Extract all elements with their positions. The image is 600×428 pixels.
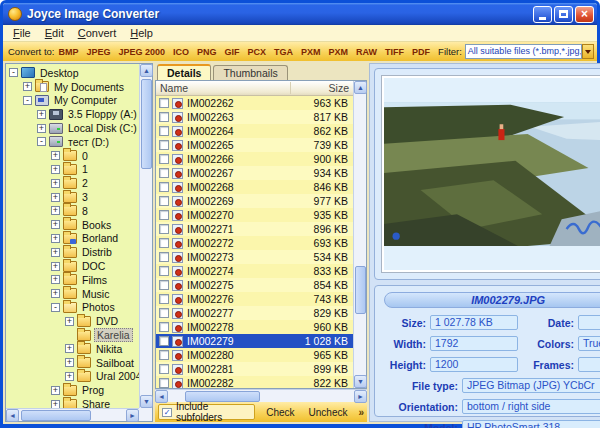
file-row-im002280[interactable]: IM002280965 KB (156, 348, 353, 362)
file-checkbox[interactable] (159, 224, 169, 234)
file-row-im002277[interactable]: IM002277829 KB (156, 306, 353, 320)
format-button-jpeg[interactable]: JPEG (86, 47, 110, 57)
file-checkbox[interactable] (159, 238, 169, 248)
file-row-im002265[interactable]: IM002265739 KB (156, 138, 353, 152)
file-row-im002273[interactable]: IM002273534 KB (156, 250, 353, 264)
file-checkbox[interactable] (159, 336, 169, 346)
file-checkbox[interactable] (159, 280, 169, 290)
expand-icon[interactable]: + (51, 400, 60, 408)
list-hscroll-thumb[interactable] (185, 391, 260, 402)
expand-icon[interactable]: + (51, 193, 60, 202)
tab-thumbnails[interactable]: Thumbnails (213, 65, 287, 80)
collapse-icon[interactable]: - (51, 303, 60, 312)
column-header-name[interactable]: Name (156, 82, 291, 94)
tree-item-sailboat[interactable]: +Sailboat (9, 356, 139, 370)
file-row-im002272[interactable]: IM002272693 KB (156, 236, 353, 250)
file-row-im002268[interactable]: IM002268846 KB (156, 180, 353, 194)
tree-item-films[interactable]: +Films (9, 273, 139, 287)
tree-item-photos[interactable]: -Photos (9, 301, 139, 315)
file-checkbox[interactable] (159, 350, 169, 360)
scroll-right-icon[interactable]: ► (354, 390, 367, 403)
expand-icon[interactable]: + (23, 82, 32, 91)
tree-hscroll-thumb[interactable] (21, 410, 91, 421)
title-bar[interactable]: Joyce Image Converter × (3, 3, 597, 25)
file-row-im002271[interactable]: IM002271896 KB (156, 222, 353, 236)
check-button[interactable]: Check (263, 406, 297, 419)
tree-item-3[interactable]: +3 (9, 190, 139, 204)
collapse-icon[interactable]: - (23, 96, 32, 105)
expand-icon[interactable]: + (51, 386, 60, 395)
scroll-left-icon[interactable]: ◄ (155, 390, 168, 403)
tree-item-prog[interactable]: +Prog (9, 383, 139, 397)
file-checkbox[interactable] (159, 98, 169, 108)
expand-icon[interactable]: + (65, 372, 74, 381)
file-checkbox[interactable] (159, 196, 169, 206)
format-button-pxm[interactable]: PXM (301, 47, 321, 57)
list-horizontal-scrollbar[interactable]: ◄ ► (155, 389, 367, 402)
expand-icon[interactable]: + (51, 220, 60, 229)
list-scroll-thumb[interactable] (355, 266, 366, 314)
toolbar-overflow-icon[interactable]: » (358, 407, 364, 418)
file-row-im002270[interactable]: IM002270935 KB (156, 208, 353, 222)
tree-item-books[interactable]: +Books (9, 218, 139, 232)
list-vertical-scrollbar[interactable]: ▲ ▼ (353, 81, 366, 388)
expand-icon[interactable]: + (51, 234, 60, 243)
expand-icon[interactable]: + (51, 275, 60, 284)
format-button-gif[interactable]: GIF (225, 47, 240, 57)
file-checkbox[interactable] (159, 168, 169, 178)
tree-item-ural-2004[interactable]: +Ural 2004 (9, 370, 139, 384)
tree-item-borland[interactable]: +Borland (9, 232, 139, 246)
menu-item-edit[interactable]: Edit (38, 26, 71, 40)
file-row-im002263[interactable]: IM002263817 KB (156, 110, 353, 124)
file-checkbox[interactable] (159, 126, 169, 136)
scroll-left-icon[interactable]: ◄ (6, 409, 19, 422)
file-checkbox[interactable] (159, 266, 169, 276)
format-button-tga[interactable]: TGA (274, 47, 293, 57)
file-row-im002281[interactable]: IM002281899 KB (156, 362, 353, 376)
file-checkbox[interactable] (159, 210, 169, 220)
tree-item-my-computer[interactable]: -My Computer (9, 94, 139, 108)
format-button-jpeg-2000[interactable]: JPEG 2000 (118, 47, 165, 57)
tree-item-karelia[interactable]: Karelia (9, 328, 139, 342)
expand-icon[interactable]: + (51, 248, 60, 257)
menu-item-help[interactable]: Help (123, 26, 160, 40)
tree-item-0[interactable]: +0 (9, 149, 139, 163)
file-checkbox[interactable] (159, 322, 169, 332)
expand-icon[interactable]: + (37, 110, 46, 119)
file-checkbox[interactable] (159, 182, 169, 192)
format-button-bmp[interactable]: BMP (58, 47, 78, 57)
scroll-up-icon[interactable]: ▲ (354, 81, 367, 94)
scroll-down-icon[interactable]: ▼ (140, 395, 153, 408)
file-checkbox[interactable] (159, 112, 169, 122)
collapse-icon[interactable]: - (9, 68, 18, 77)
close-button[interactable]: × (575, 6, 594, 23)
expand-icon[interactable]: + (51, 289, 60, 298)
file-checkbox[interactable] (159, 308, 169, 318)
minimize-button[interactable] (533, 6, 552, 23)
expand-icon[interactable]: + (65, 344, 74, 353)
file-checkbox[interactable] (159, 364, 169, 374)
expand-icon[interactable]: + (37, 124, 46, 133)
filter-dropdown-arrow-icon[interactable] (582, 44, 594, 59)
file-row-im002282[interactable]: IM002282822 KB (156, 376, 353, 388)
expand-icon[interactable]: + (51, 151, 60, 160)
tree-item-desktop[interactable]: -Desktop (9, 66, 139, 80)
scroll-down-icon[interactable]: ▼ (354, 375, 367, 388)
file-row-im002279[interactable]: IM0022791 028 KB (156, 334, 353, 348)
file-row-im002264[interactable]: IM002264862 KB (156, 124, 353, 138)
file-row-im002276[interactable]: IM002276743 KB (156, 292, 353, 306)
expand-icon[interactable]: + (51, 179, 60, 188)
tab-details[interactable]: Details (157, 64, 211, 80)
tree-item-distrib[interactable]: +Distrib (9, 245, 139, 259)
tree-item-my-documents[interactable]: +My Documents (9, 80, 139, 94)
tree-vertical-scrollbar[interactable]: ▲ ▼ (139, 64, 152, 408)
tree-horizontal-scrollbar[interactable]: ◄ ► (6, 408, 139, 421)
tree-item-8[interactable]: +8 (9, 204, 139, 218)
format-button-pdf[interactable]: PDF (412, 47, 430, 57)
tree-item-1[interactable]: +1 (9, 163, 139, 177)
include-subfolders-toggle[interactable]: ✓ Include subfolders (158, 404, 255, 420)
file-row-im002269[interactable]: IM002269977 KB (156, 194, 353, 208)
column-header-size[interactable]: Size (291, 82, 353, 94)
collapse-icon[interactable]: - (37, 137, 46, 146)
filter-combobox[interactable]: All suitable files (*.bmp,*.jpg,*.jpeg,*… (465, 44, 582, 59)
